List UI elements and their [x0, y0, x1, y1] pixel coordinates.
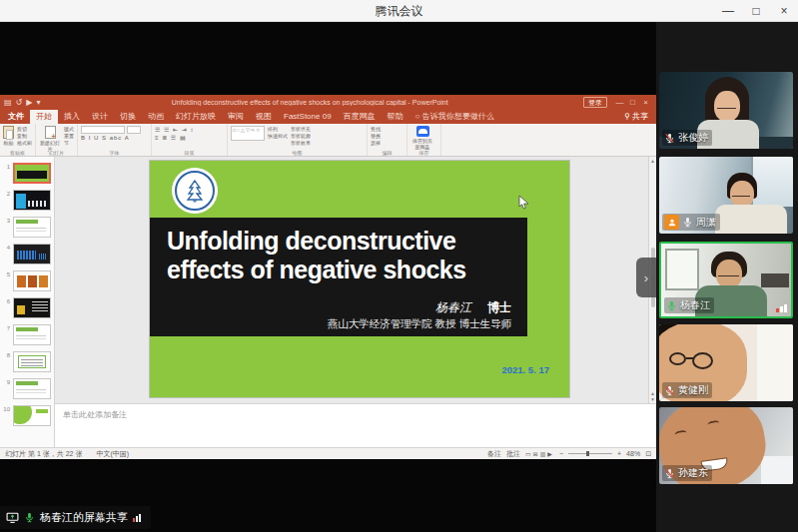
notes-pane[interactable]: 单击此处添加备注: [55, 403, 656, 447]
author-line: 杨春江博士: [435, 299, 511, 316]
sidebar-collapse-button[interactable]: ›: [636, 258, 656, 297]
font-format-buttons[interactable]: B I U S abc A: [81, 135, 141, 141]
thumbnail-row[interactable]: 10: [3, 405, 54, 426]
slideshow-view-icon[interactable]: ▶: [547, 451, 554, 457]
save-icon[interactable]: ▤: [4, 95, 12, 110]
font-name-select[interactable]: [81, 126, 125, 134]
shape-effects-button[interactable]: 形状效果: [291, 140, 311, 146]
participant-video-tile-active-speaker[interactable]: 杨春江: [659, 242, 793, 318]
zoom-out-button[interactable]: −: [559, 450, 563, 457]
close-button[interactable]: ×: [770, 0, 798, 22]
thumbnail-row[interactable]: 5: [3, 270, 54, 291]
tab-help[interactable]: 帮助: [382, 110, 409, 124]
notes-toggle-button[interactable]: 备注: [487, 449, 501, 459]
shapes-gallery[interactable]: □○△▽⇨☆: [231, 126, 265, 141]
ppt-minimize-button[interactable]: —: [613, 98, 626, 107]
zoom-level[interactable]: 48%: [626, 450, 640, 457]
participant-video-tile[interactable]: 黄健刚: [659, 324, 793, 401]
tellme-label: 告诉我你想要做什么: [422, 112, 494, 121]
tab-view[interactable]: 视图: [250, 110, 278, 124]
tab-baidu-netdisk[interactable]: 百度网盘: [338, 110, 382, 124]
slide-thumbnail-10[interactable]: [13, 405, 51, 426]
thumbnail-row[interactable]: 7: [3, 324, 54, 345]
layout-button[interactable]: 版式: [64, 126, 74, 132]
thumbnail-row[interactable]: 6: [3, 297, 54, 318]
notes-placeholder: 单击此处添加备注: [63, 410, 127, 419]
view-buttons[interactable]: ▭⊞▥▶: [525, 450, 554, 457]
tab-slideshow[interactable]: 幻灯片放映: [170, 110, 222, 124]
tab-design[interactable]: 设计: [86, 110, 114, 124]
ppt-share-button[interactable]: ⚲ 共享: [624, 110, 648, 124]
thumbnail-row[interactable]: 1: [3, 163, 54, 184]
scroll-up-icon[interactable]: ▲: [650, 158, 655, 164]
slide-thumbnail-7[interactable]: [13, 324, 51, 345]
participant-video-tile[interactable]: 周潇: [659, 157, 793, 234]
list-indent-buttons[interactable]: ☰ ☱ ⇤ ⇥ ↕: [155, 126, 194, 133]
arrange-button[interactable]: 排列: [268, 126, 288, 132]
slide-canvas[interactable]: Unfolding deconstructive effects of nega…: [55, 157, 648, 403]
slide-thumbnail-1-selected[interactable]: [13, 163, 51, 184]
baidu-netdisk-save-button[interactable]: 保存到百度网盘: [410, 126, 434, 150]
slide-thumbnail-panel: 1 2 3 4 5 6 7 8 9 10: [0, 157, 55, 447]
section-button[interactable]: 节: [64, 140, 74, 146]
minimize-button[interactable]: —: [714, 0, 742, 22]
pine-tree-icon: [184, 179, 206, 203]
slide-sorter-icon[interactable]: ⊞: [533, 451, 540, 457]
university-logo[interactable]: [172, 168, 218, 214]
normal-view-icon[interactable]: ▭: [525, 451, 533, 457]
start-slideshow-icon[interactable]: ▶: [26, 95, 32, 110]
thumbnail-row[interactable]: 4: [3, 244, 54, 265]
slide-thumbnail-6[interactable]: [13, 297, 51, 318]
new-slide-button[interactable]: 新建幻灯片: [39, 126, 61, 152]
thumbnail-row[interactable]: 2: [3, 190, 54, 211]
thumbnail-row[interactable]: 8: [3, 351, 54, 372]
font-size-select[interactable]: [127, 126, 141, 134]
tab-home[interactable]: 开始: [30, 110, 58, 124]
slide-thumbnail-3[interactable]: [13, 217, 51, 238]
tab-transitions[interactable]: 切换: [114, 110, 142, 124]
shape-outline-button[interactable]: 形状轮廓: [291, 133, 311, 139]
participant-video-tile[interactable]: 孙建东: [659, 407, 793, 484]
cut-button[interactable]: 剪切: [17, 126, 32, 132]
language-indicator[interactable]: 中文(中国): [96, 449, 129, 459]
paste-button[interactable]: 粘贴: [3, 126, 14, 146]
affiliation-line: 燕山大学经济管理学院 教授 博士生导师: [328, 317, 511, 331]
tab-animations[interactable]: 动画: [142, 110, 170, 124]
slide-thumbnail-9[interactable]: [13, 378, 51, 399]
tab-file[interactable]: 文件: [2, 110, 30, 124]
ppt-maximize-button[interactable]: □: [626, 98, 639, 107]
participant-video-tile[interactable]: 张俊婷: [659, 72, 793, 149]
tab-review[interactable]: 审阅: [222, 110, 250, 124]
slide-thumbnail-2[interactable]: [13, 190, 51, 211]
ppt-close-button[interactable]: ×: [639, 98, 652, 107]
next-slide-icon[interactable]: ▼: [650, 396, 655, 402]
title-slide[interactable]: Unfolding deconstructive effects of nega…: [150, 161, 569, 397]
quick-styles-button[interactable]: 快速样式: [268, 133, 288, 139]
align-buttons[interactable]: ≡ ≣ ☰ ▤: [155, 134, 194, 141]
zoom-knob[interactable]: [586, 451, 589, 456]
copy-button[interactable]: 复制: [17, 133, 32, 139]
slide-thumbnail-5[interactable]: [13, 270, 51, 291]
tell-me-search[interactable]: ○ 告诉我你想要做什么: [409, 110, 500, 124]
replace-button[interactable]: 替换: [371, 133, 381, 139]
select-button[interactable]: 选择: [371, 140, 381, 146]
shape-fill-button[interactable]: 形状填充: [291, 126, 311, 132]
thumbnail-row[interactable]: 9: [3, 378, 54, 399]
slide-thumbnail-4[interactable]: [13, 244, 51, 265]
slide-thumbnail-8[interactable]: [13, 351, 51, 372]
tab-faststone[interactable]: FastStone 09: [278, 110, 338, 124]
tab-insert[interactable]: 插入: [58, 110, 86, 124]
maximize-button[interactable]: □: [742, 0, 770, 22]
ppt-signin-button[interactable]: 登录: [583, 97, 607, 108]
comments-toggle-button[interactable]: 批注: [506, 449, 520, 459]
zoom-in-button[interactable]: +: [617, 450, 621, 457]
slide-date[interactable]: 2021. 5. 17: [501, 364, 549, 375]
thumbnail-row[interactable]: 3: [3, 217, 54, 238]
reset-button[interactable]: 重置: [64, 133, 74, 139]
fit-to-window-icon[interactable]: ⊡: [645, 450, 651, 458]
find-button[interactable]: 查找: [371, 126, 381, 132]
undo-icon[interactable]: ↺: [16, 95, 23, 110]
format-painter-button[interactable]: 格式刷: [17, 140, 32, 146]
zoom-slider[interactable]: [568, 453, 612, 454]
title-banner[interactable]: Unfolding deconstructive effects of nega…: [150, 218, 527, 336]
